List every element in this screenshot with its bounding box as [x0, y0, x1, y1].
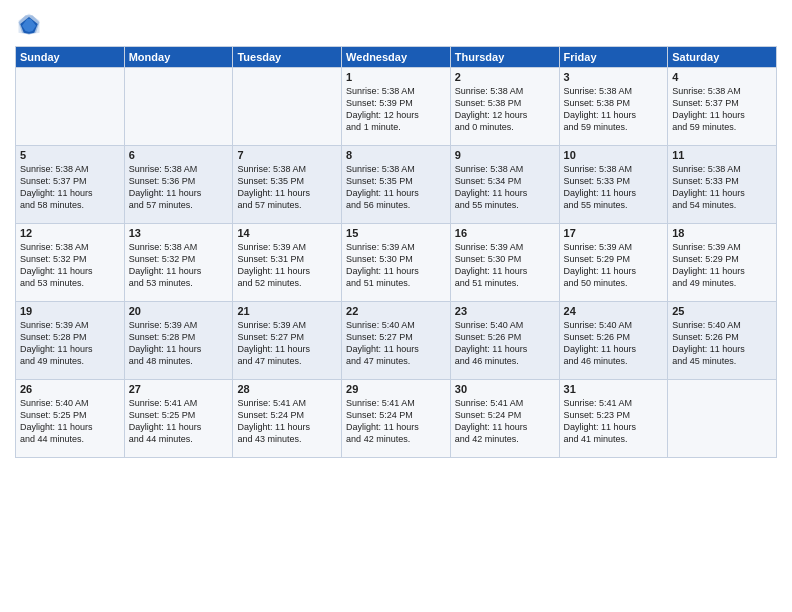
calendar-cell: 3Sunrise: 5:38 AMSunset: 5:38 PMDaylight… [559, 68, 668, 146]
cell-info: Sunrise: 5:39 AMSunset: 5:27 PMDaylight:… [237, 319, 337, 368]
weekday-header-thursday: Thursday [450, 47, 559, 68]
calendar-cell: 20Sunrise: 5:39 AMSunset: 5:28 PMDayligh… [124, 302, 233, 380]
day-number: 7 [237, 149, 337, 161]
calendar-cell [124, 68, 233, 146]
day-number: 4 [672, 71, 772, 83]
weekday-header-tuesday: Tuesday [233, 47, 342, 68]
day-number: 27 [129, 383, 229, 395]
cell-info: Sunrise: 5:40 AMSunset: 5:26 PMDaylight:… [455, 319, 555, 368]
day-number: 11 [672, 149, 772, 161]
calendar-week-2: 5Sunrise: 5:38 AMSunset: 5:37 PMDaylight… [16, 146, 777, 224]
day-number: 31 [564, 383, 664, 395]
cell-info: Sunrise: 5:38 AMSunset: 5:38 PMDaylight:… [455, 85, 555, 134]
calendar-cell: 18Sunrise: 5:39 AMSunset: 5:29 PMDayligh… [668, 224, 777, 302]
day-number: 19 [20, 305, 120, 317]
day-number: 18 [672, 227, 772, 239]
cell-info: Sunrise: 5:38 AMSunset: 5:35 PMDaylight:… [346, 163, 446, 212]
calendar-cell: 2Sunrise: 5:38 AMSunset: 5:38 PMDaylight… [450, 68, 559, 146]
day-number: 30 [455, 383, 555, 395]
day-number: 3 [564, 71, 664, 83]
cell-info: Sunrise: 5:39 AMSunset: 5:29 PMDaylight:… [672, 241, 772, 290]
cell-info: Sunrise: 5:38 AMSunset: 5:33 PMDaylight:… [672, 163, 772, 212]
day-number: 29 [346, 383, 446, 395]
day-number: 20 [129, 305, 229, 317]
calendar-cell: 13Sunrise: 5:38 AMSunset: 5:32 PMDayligh… [124, 224, 233, 302]
day-number: 22 [346, 305, 446, 317]
calendar-cell: 27Sunrise: 5:41 AMSunset: 5:25 PMDayligh… [124, 380, 233, 458]
logo-icon [15, 10, 43, 38]
calendar-cell: 10Sunrise: 5:38 AMSunset: 5:33 PMDayligh… [559, 146, 668, 224]
header [15, 10, 777, 38]
day-number: 21 [237, 305, 337, 317]
calendar-cell [668, 380, 777, 458]
day-number: 26 [20, 383, 120, 395]
cell-info: Sunrise: 5:40 AMSunset: 5:27 PMDaylight:… [346, 319, 446, 368]
calendar-cell: 26Sunrise: 5:40 AMSunset: 5:25 PMDayligh… [16, 380, 125, 458]
day-number: 10 [564, 149, 664, 161]
day-number: 15 [346, 227, 446, 239]
cell-info: Sunrise: 5:41 AMSunset: 5:23 PMDaylight:… [564, 397, 664, 446]
calendar-cell: 6Sunrise: 5:38 AMSunset: 5:36 PMDaylight… [124, 146, 233, 224]
cell-info: Sunrise: 5:38 AMSunset: 5:33 PMDaylight:… [564, 163, 664, 212]
day-number: 9 [455, 149, 555, 161]
day-number: 5 [20, 149, 120, 161]
weekday-header-monday: Monday [124, 47, 233, 68]
day-number: 8 [346, 149, 446, 161]
calendar-cell: 14Sunrise: 5:39 AMSunset: 5:31 PMDayligh… [233, 224, 342, 302]
calendar-cell: 7Sunrise: 5:38 AMSunset: 5:35 PMDaylight… [233, 146, 342, 224]
header-row: SundayMondayTuesdayWednesdayThursdayFrid… [16, 47, 777, 68]
cell-info: Sunrise: 5:39 AMSunset: 5:28 PMDaylight:… [129, 319, 229, 368]
calendar-cell [16, 68, 125, 146]
cell-info: Sunrise: 5:41 AMSunset: 5:24 PMDaylight:… [237, 397, 337, 446]
calendar-cell: 11Sunrise: 5:38 AMSunset: 5:33 PMDayligh… [668, 146, 777, 224]
day-number: 14 [237, 227, 337, 239]
calendar-cell: 1Sunrise: 5:38 AMSunset: 5:39 PMDaylight… [342, 68, 451, 146]
calendar-cell: 25Sunrise: 5:40 AMSunset: 5:26 PMDayligh… [668, 302, 777, 380]
day-number: 12 [20, 227, 120, 239]
calendar-cell: 29Sunrise: 5:41 AMSunset: 5:24 PMDayligh… [342, 380, 451, 458]
cell-info: Sunrise: 5:39 AMSunset: 5:28 PMDaylight:… [20, 319, 120, 368]
cell-info: Sunrise: 5:41 AMSunset: 5:24 PMDaylight:… [346, 397, 446, 446]
calendar-cell: 9Sunrise: 5:38 AMSunset: 5:34 PMDaylight… [450, 146, 559, 224]
calendar-cell: 8Sunrise: 5:38 AMSunset: 5:35 PMDaylight… [342, 146, 451, 224]
day-number: 13 [129, 227, 229, 239]
calendar-week-1: 1Sunrise: 5:38 AMSunset: 5:39 PMDaylight… [16, 68, 777, 146]
calendar-cell: 24Sunrise: 5:40 AMSunset: 5:26 PMDayligh… [559, 302, 668, 380]
cell-info: Sunrise: 5:38 AMSunset: 5:38 PMDaylight:… [564, 85, 664, 134]
calendar-week-5: 26Sunrise: 5:40 AMSunset: 5:25 PMDayligh… [16, 380, 777, 458]
weekday-header-saturday: Saturday [668, 47, 777, 68]
logo [15, 10, 47, 38]
day-number: 25 [672, 305, 772, 317]
cell-info: Sunrise: 5:38 AMSunset: 5:34 PMDaylight:… [455, 163, 555, 212]
cell-info: Sunrise: 5:38 AMSunset: 5:39 PMDaylight:… [346, 85, 446, 134]
weekday-header-friday: Friday [559, 47, 668, 68]
weekday-header-wednesday: Wednesday [342, 47, 451, 68]
cell-info: Sunrise: 5:40 AMSunset: 5:25 PMDaylight:… [20, 397, 120, 446]
calendar-cell: 28Sunrise: 5:41 AMSunset: 5:24 PMDayligh… [233, 380, 342, 458]
day-number: 16 [455, 227, 555, 239]
calendar-cell: 5Sunrise: 5:38 AMSunset: 5:37 PMDaylight… [16, 146, 125, 224]
cell-info: Sunrise: 5:38 AMSunset: 5:32 PMDaylight:… [20, 241, 120, 290]
calendar-cell: 16Sunrise: 5:39 AMSunset: 5:30 PMDayligh… [450, 224, 559, 302]
cell-info: Sunrise: 5:39 AMSunset: 5:29 PMDaylight:… [564, 241, 664, 290]
calendar-page: SundayMondayTuesdayWednesdayThursdayFrid… [0, 0, 792, 612]
calendar-cell: 30Sunrise: 5:41 AMSunset: 5:24 PMDayligh… [450, 380, 559, 458]
cell-info: Sunrise: 5:38 AMSunset: 5:37 PMDaylight:… [20, 163, 120, 212]
calendar-cell: 4Sunrise: 5:38 AMSunset: 5:37 PMDaylight… [668, 68, 777, 146]
cell-info: Sunrise: 5:38 AMSunset: 5:36 PMDaylight:… [129, 163, 229, 212]
calendar-cell: 31Sunrise: 5:41 AMSunset: 5:23 PMDayligh… [559, 380, 668, 458]
cell-info: Sunrise: 5:38 AMSunset: 5:37 PMDaylight:… [672, 85, 772, 134]
cell-info: Sunrise: 5:38 AMSunset: 5:32 PMDaylight:… [129, 241, 229, 290]
day-number: 17 [564, 227, 664, 239]
calendar-cell: 17Sunrise: 5:39 AMSunset: 5:29 PMDayligh… [559, 224, 668, 302]
calendar-table: SundayMondayTuesdayWednesdayThursdayFrid… [15, 46, 777, 458]
day-number: 23 [455, 305, 555, 317]
day-number: 1 [346, 71, 446, 83]
cell-info: Sunrise: 5:40 AMSunset: 5:26 PMDaylight:… [564, 319, 664, 368]
day-number: 28 [237, 383, 337, 395]
calendar-cell: 12Sunrise: 5:38 AMSunset: 5:32 PMDayligh… [16, 224, 125, 302]
cell-info: Sunrise: 5:39 AMSunset: 5:30 PMDaylight:… [455, 241, 555, 290]
calendar-week-4: 19Sunrise: 5:39 AMSunset: 5:28 PMDayligh… [16, 302, 777, 380]
day-number: 24 [564, 305, 664, 317]
calendar-cell: 23Sunrise: 5:40 AMSunset: 5:26 PMDayligh… [450, 302, 559, 380]
